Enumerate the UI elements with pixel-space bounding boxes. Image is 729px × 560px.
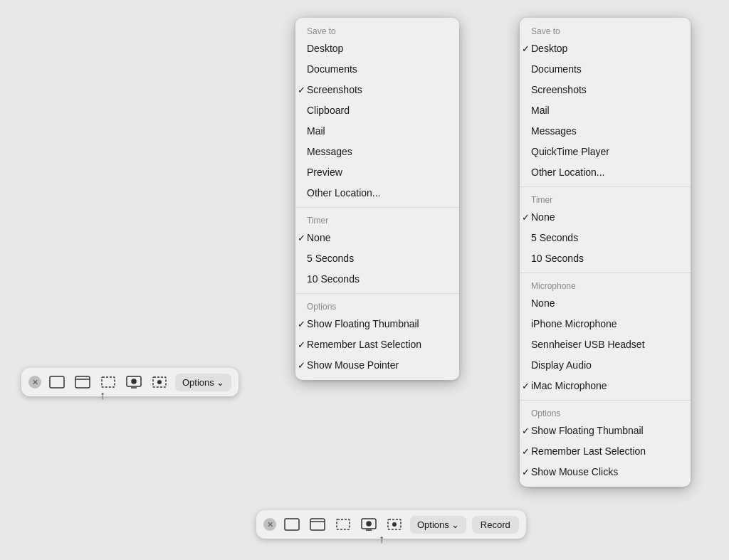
left-option-show-mouse[interactable]: ✓Show Mouse Pointer	[295, 355, 459, 376]
video-selection-icon-2[interactable]	[384, 514, 404, 534]
left-saveto-preview[interactable]: Preview	[295, 162, 459, 183]
fullscreen-icon-2[interactable]	[282, 514, 302, 534]
fullscreen-icon[interactable]	[47, 372, 67, 392]
options-label-2: Options	[417, 519, 449, 530]
svg-rect-3	[102, 377, 115, 387]
svg-rect-9	[285, 519, 299, 530]
right-options-header: Options	[520, 404, 691, 421]
left-saveto-documents[interactable]: Documents	[295, 59, 459, 80]
right-timer-none[interactable]: ✓None	[520, 207, 691, 228]
right-saveto-quicktime[interactable]: QuickTime Player	[520, 142, 691, 162]
right-sep-3	[520, 400, 691, 401]
toolbar-record: ✕ Options ⌄ Record ↑	[256, 510, 526, 539]
left-timer-none[interactable]: ✓None	[295, 228, 459, 248]
svg-point-8	[157, 380, 162, 384]
right-timer-header: Timer	[520, 191, 691, 207]
close-button[interactable]: ✕	[28, 376, 41, 389]
left-saveto-mail[interactable]: Mail	[295, 121, 459, 142]
right-sep-2	[520, 273, 691, 273]
options-button[interactable]: Options ⌄	[175, 374, 231, 391]
svg-point-14	[367, 522, 371, 526]
right-option-floating-thumbnail[interactable]: ✓Show Floating Thumbnail	[520, 421, 691, 441]
left-sep-1	[295, 207, 459, 208]
left-option-floating-thumbnail[interactable]: ✓Show Floating Thumbnail	[295, 314, 459, 334]
video-selection-icon[interactable]	[150, 372, 169, 392]
left-timer-header: Timer	[295, 211, 459, 228]
left-option-remember-selection[interactable]: ✓Remember Last Selection	[295, 334, 459, 355]
options-chevron: ⌄	[216, 377, 224, 388]
left-saveto-messages[interactable]: Messages	[295, 142, 459, 162]
toolbar-screenshot: ✕ Options ⌄ ↑	[21, 368, 238, 396]
right-saveto-header: Save to	[520, 22, 691, 38]
svg-rect-1	[75, 376, 90, 388]
right-option-show-mouse-clicks[interactable]: ✓Show Mouse Clicks	[520, 462, 691, 482]
options-chevron-2: ⌄	[451, 519, 459, 530]
right-saveto-screenshots[interactable]: Screenshots	[520, 80, 691, 100]
left-saveto-header: Save to	[295, 22, 459, 38]
right-timer-5sec[interactable]: 5 Seconds	[520, 228, 691, 248]
left-saveto-clipboard[interactable]: Clipboard	[295, 100, 459, 121]
right-option-remember-selection[interactable]: ✓Remember Last Selection	[520, 441, 691, 462]
right-saveto-otherlocation[interactable]: Other Location...	[520, 162, 691, 183]
right-sep-1	[520, 186, 691, 187]
record-button[interactable]: Record	[472, 516, 519, 534]
right-dropdown-menu: Save to ✓Desktop Documents Screenshots M…	[520, 18, 691, 487]
svg-rect-0	[50, 376, 64, 388]
left-sep-2	[295, 293, 459, 294]
right-mic-none[interactable]: None	[520, 293, 691, 314]
left-saveto-desktop[interactable]: Desktop	[295, 38, 459, 59]
svg-rect-10	[310, 519, 325, 530]
cursor: ↑	[100, 389, 105, 402]
right-saveto-messages[interactable]: Messages	[520, 121, 691, 142]
right-microphone-header: Microphone	[520, 277, 691, 293]
options-button-2[interactable]: Options ⌄	[410, 516, 466, 534]
right-mic-sennheiser[interactable]: Sennheiser USB Headset	[520, 334, 691, 355]
options-label: Options	[182, 377, 214, 388]
left-timer-5sec[interactable]: 5 Seconds	[295, 248, 459, 269]
right-saveto-mail[interactable]: Mail	[520, 100, 691, 121]
svg-rect-12	[337, 519, 350, 529]
left-options-header: Options	[295, 297, 459, 314]
selection-icon-2[interactable]	[333, 514, 353, 534]
svg-point-5	[132, 379, 136, 384]
close-button-2[interactable]: ✕	[263, 518, 276, 531]
left-saveto-otherlocation[interactable]: Other Location...	[295, 183, 459, 204]
left-saveto-screenshots[interactable]: ✓Screenshots	[295, 80, 459, 100]
right-mic-iphone[interactable]: iPhone Microphone	[520, 314, 691, 334]
right-mic-display[interactable]: Display Audio	[520, 355, 691, 376]
left-dropdown-menu: Save to Desktop Documents ✓Screenshots C…	[295, 18, 459, 380]
record-label: Record	[481, 519, 510, 530]
window-icon[interactable]	[73, 372, 93, 392]
left-timer-10sec[interactable]: 10 Seconds	[295, 269, 459, 290]
cursor-2: ↑	[379, 533, 384, 546]
svg-point-17	[392, 522, 397, 527]
right-saveto-documents[interactable]: Documents	[520, 59, 691, 80]
window-icon-2[interactable]	[308, 514, 327, 534]
video-screen-icon[interactable]	[124, 372, 144, 392]
right-saveto-desktop[interactable]: ✓Desktop	[520, 38, 691, 59]
right-timer-10sec[interactable]: 10 Seconds	[520, 248, 691, 269]
video-screen-icon-2[interactable]	[359, 514, 379, 534]
right-mic-imac[interactable]: ✓iMac Microphone	[520, 376, 691, 396]
